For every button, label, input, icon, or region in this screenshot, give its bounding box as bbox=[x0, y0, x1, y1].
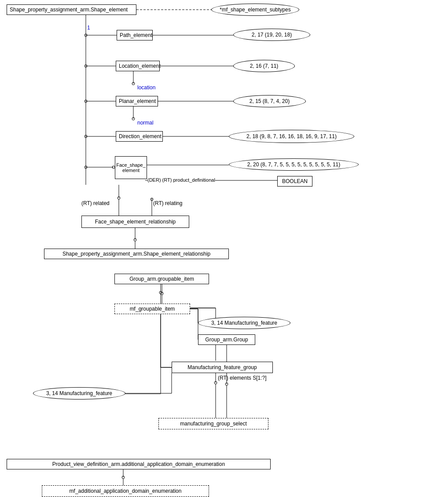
shape-property-relationship-box: Shape_property_assignment_arm.Shape_elem… bbox=[44, 249, 229, 259]
path-constraint-label: 2, 17 (19, 20, 18) bbox=[252, 32, 292, 38]
planar-constraint-ellipse: 2, 15 (8, 7, 4, 20) bbox=[233, 95, 306, 107]
face-shape-constraint-label: 2, 20 (8, 7, 7, 5, 5, 5, 5, 5, 5, 5, 5, … bbox=[247, 161, 340, 168]
svg-point-47 bbox=[84, 34, 87, 37]
path-element-box: Path_element bbox=[117, 30, 153, 40]
planar-constraint-label: 2, 15 (8, 7, 4, 20) bbox=[250, 98, 290, 104]
svg-point-45 bbox=[122, 476, 125, 479]
svg-point-29 bbox=[159, 291, 162, 294]
svg-point-64 bbox=[225, 383, 228, 385]
svg-point-26 bbox=[134, 238, 136, 241]
direction-element-box: Direction_element bbox=[116, 131, 163, 142]
label-location: location bbox=[137, 84, 155, 91]
label-rt-related: (RT) related bbox=[81, 200, 110, 206]
boolean-label: BOOLEAN bbox=[282, 178, 308, 184]
manufacturing-feature-ellipse-2: 3, 14 Manufacturing_feature bbox=[33, 387, 125, 399]
diagram-container: Shape_property_assignment_arm.Shape_elem… bbox=[0, 0, 448, 502]
label-normal: normal bbox=[137, 120, 154, 126]
svg-point-67 bbox=[161, 292, 163, 295]
label-der-rt: (DER) (RT) product_definitional bbox=[147, 177, 215, 183]
direction-element-label: Direction_element bbox=[119, 133, 162, 139]
shape-property-assignment-label: Shape_property_assignment_arm.Shape_elem… bbox=[10, 7, 128, 13]
face-shape-constraint-ellipse: 2, 20 (8, 7, 7, 5, 5, 5, 5, 5, 5, 5, 5, … bbox=[229, 158, 359, 171]
mf-additional-box: mf_additional_application_domain_enumera… bbox=[42, 485, 209, 497]
mf-additional-label: mf_additional_application_domain_enumera… bbox=[70, 488, 182, 494]
manufacturing-feature-1-label: 3, 14 Manufacturing_feature bbox=[211, 320, 277, 326]
boolean-box: BOOLEAN bbox=[277, 176, 312, 187]
mf-groupable-item-box: mf_groupable_item bbox=[114, 304, 190, 314]
planar-element-box: Planar_element bbox=[116, 96, 158, 106]
svg-point-20 bbox=[118, 197, 120, 199]
group-arm-group-label: Group_arm.Group bbox=[205, 337, 248, 343]
manufacturing-feature-ellipse-1: 3, 14 Manufacturing_feature bbox=[198, 317, 290, 329]
label-rt-elements: (RT) elements S[1:?] bbox=[218, 375, 266, 381]
group-arm-groupable-label: Group_arm.groupable_item bbox=[129, 276, 194, 282]
group-arm-groupable-box: Group_arm.groupable_item bbox=[114, 274, 209, 284]
planar-element-label: Planar_element bbox=[119, 98, 156, 104]
location-element-label: Location_element bbox=[119, 63, 161, 69]
svg-point-50 bbox=[84, 135, 87, 138]
mf-shape-subtypes-ellipse: *mf_shape_element_subtypes bbox=[211, 4, 299, 16]
path-element-label: Path_element bbox=[120, 32, 152, 38]
svg-point-48 bbox=[84, 65, 87, 67]
face-shape-relationship-box: Face_shape_element_relationship bbox=[81, 216, 189, 228]
location-constraint-label: 2, 16 (7, 11) bbox=[250, 63, 279, 69]
shape-property-relationship-label: Shape_property_assignment_arm.Shape_elem… bbox=[62, 251, 210, 257]
svg-point-41 bbox=[214, 381, 217, 384]
direction-constraint-ellipse: 2, 18 (9, 8, 7, 16, 16, 18, 16, 9, 17, 1… bbox=[229, 130, 354, 143]
face-shape-element-box: Face_shape_ element bbox=[115, 156, 147, 179]
mf-groupable-item-label: mf_groupable_item bbox=[130, 306, 175, 312]
svg-point-51 bbox=[84, 166, 87, 169]
direction-constraint-label: 2, 18 (9, 8, 7, 16, 16, 18, 16, 9, 17, 1… bbox=[246, 133, 337, 139]
face-shape-element-label: Face_shape_ element bbox=[116, 162, 146, 173]
label-rt-relating: (RT) relating bbox=[153, 200, 182, 206]
shape-property-assignment-box: Shape_property_assignment_arm.Shape_elem… bbox=[7, 4, 136, 15]
product-view-def-label: Product_view_definition_arm.additional_a… bbox=[52, 461, 225, 467]
location-element-box: Location_element bbox=[116, 61, 160, 71]
svg-point-8 bbox=[132, 82, 135, 85]
svg-point-49 bbox=[84, 100, 87, 103]
manufacturing-feature-group-label: Manufacturing_feature_group bbox=[187, 364, 257, 370]
manufacturing-feature-2-label: 3, 14 Manufacturing_feature bbox=[46, 390, 112, 396]
label-one: 1 bbox=[87, 25, 90, 31]
manufacturing-feature-group-box: Manufacturing_feature_group bbox=[172, 362, 273, 373]
product-view-def-box: Product_view_definition_arm.additional_a… bbox=[7, 459, 271, 469]
location-constraint-ellipse: 2, 16 (7, 11) bbox=[233, 60, 295, 72]
svg-point-12 bbox=[132, 117, 135, 120]
manufacturing-group-select-box: manufacturing_group_select bbox=[158, 418, 268, 429]
mf-shape-subtypes-label: *mf_shape_element_subtypes bbox=[220, 7, 290, 13]
path-constraint-ellipse: 2, 17 (19, 20, 18) bbox=[233, 29, 310, 41]
group-arm-group-box: Group_arm.Group bbox=[198, 334, 255, 345]
manufacturing-group-select-label: manufacturing_group_select bbox=[180, 421, 246, 427]
face-shape-relationship-label: Face_shape_element_relationship bbox=[95, 219, 176, 225]
